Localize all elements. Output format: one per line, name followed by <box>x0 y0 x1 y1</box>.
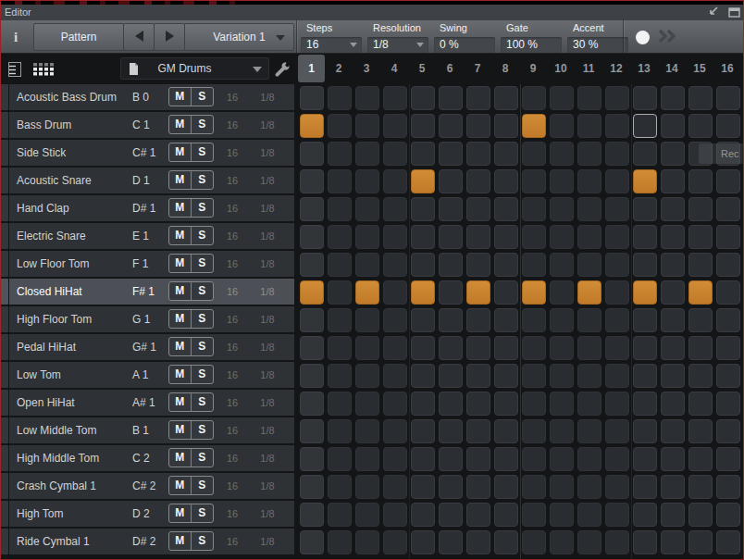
step-cell[interactable] <box>605 280 629 305</box>
step-cell[interactable] <box>355 114 379 138</box>
step-cell[interactable] <box>494 392 518 416</box>
step-cell[interactable] <box>383 308 407 332</box>
track-drag-handle[interactable] <box>0 112 8 138</box>
step-cell[interactable] <box>577 530 601 554</box>
step-cell[interactable] <box>494 503 518 527</box>
step-cell[interactable] <box>550 503 574 527</box>
step-number[interactable]: 1 <box>298 55 325 82</box>
record-button[interactable] <box>629 26 655 48</box>
track-resolution-value[interactable]: 1/8 <box>252 168 283 193</box>
step-cell[interactable] <box>439 86 463 110</box>
step-cell[interactable] <box>522 419 546 443</box>
step-cell[interactable] <box>633 530 657 554</box>
track-resolution-value[interactable]: 1/8 <box>252 334 283 360</box>
step-cell[interactable] <box>716 169 740 193</box>
step-cell[interactable] <box>355 142 379 166</box>
track-steps-value[interactable]: 16 <box>220 251 244 277</box>
param-value-field[interactable]: 1/8 <box>367 37 428 53</box>
step-cell[interactable] <box>355 503 379 527</box>
step-cell[interactable] <box>605 308 629 332</box>
step-number[interactable]: 6 <box>436 54 464 84</box>
step-cell[interactable] <box>688 86 713 110</box>
track-resolution-value[interactable]: 1/8 <box>252 501 283 527</box>
solo-button[interactable]: S <box>192 116 213 133</box>
step-cell[interactable] <box>355 336 379 360</box>
solo-button[interactable]: S <box>192 282 213 300</box>
track-steps-value[interactable]: 16 <box>220 279 244 305</box>
step-cell[interactable] <box>577 336 601 360</box>
step-cell[interactable] <box>466 364 490 388</box>
step-cell[interactable] <box>550 86 574 110</box>
keyboard-icon[interactable] <box>8 62 22 78</box>
track-row[interactable]: High TomD 2MS161/8 <box>9 501 294 527</box>
step-cell[interactable] <box>716 86 740 110</box>
step-cell[interactable] <box>494 169 518 193</box>
step-cell[interactable] <box>328 142 352 166</box>
step-cell[interactable] <box>577 169 601 193</box>
step-cell[interactable] <box>300 364 324 388</box>
step-cell[interactable] <box>494 475 518 499</box>
step-cell[interactable] <box>439 419 463 443</box>
track-row[interactable]: Bass DrumC 1MS161/8 <box>9 112 294 138</box>
step-cell[interactable] <box>383 197 407 221</box>
step-cell[interactable] <box>300 308 324 332</box>
step-cell[interactable] <box>550 392 574 416</box>
step-cell[interactable] <box>411 253 435 277</box>
track-steps-value[interactable]: 16 <box>220 334 244 360</box>
step-cell[interactable] <box>439 364 463 388</box>
step-cell[interactable] <box>383 364 407 388</box>
mute-button[interactable]: M <box>169 449 192 467</box>
step-cell[interactable] <box>411 530 435 554</box>
step-cell[interactable] <box>494 142 518 166</box>
track-resolution-value[interactable]: 1/8 <box>252 84 283 110</box>
step-cell[interactable] <box>383 503 407 527</box>
step-cell[interactable] <box>716 197 740 221</box>
step-cell[interactable] <box>466 142 490 166</box>
step-cell[interactable] <box>466 225 490 249</box>
track-drag-handle[interactable] <box>0 140 8 166</box>
step-cell[interactable] <box>661 419 685 443</box>
step-cell[interactable] <box>661 364 685 388</box>
step-number[interactable]: 9 <box>519 54 547 84</box>
step-cell[interactable] <box>633 447 657 471</box>
solo-button[interactable]: S <box>192 227 213 244</box>
step-cell[interactable] <box>605 475 629 499</box>
step-cell[interactable] <box>688 336 713 360</box>
solo-button[interactable]: S <box>192 199 213 217</box>
step-cell[interactable] <box>633 142 657 166</box>
step-cell[interactable] <box>661 530 685 554</box>
step-cell[interactable] <box>605 86 629 110</box>
prev-variation-button[interactable] <box>123 23 155 51</box>
step-cell[interactable] <box>466 114 490 138</box>
step-cell[interactable] <box>411 503 435 527</box>
pane-icon[interactable] <box>728 6 741 19</box>
track-row[interactable]: Low Middle TomB 1MS161/8 <box>9 417 294 443</box>
step-cell[interactable] <box>522 336 546 360</box>
param-value-field[interactable]: 100 % <box>501 37 562 53</box>
step-cell[interactable] <box>522 86 546 110</box>
step-cell[interactable] <box>494 280 518 305</box>
track-resolution-value[interactable]: 1/8 <box>252 529 283 554</box>
step-cell[interactable] <box>494 114 518 138</box>
step-cell[interactable] <box>411 392 435 416</box>
track-row[interactable]: Hand ClapD# 1MS161/8 <box>9 195 294 221</box>
step-cell[interactable] <box>661 225 685 249</box>
step-cell[interactable] <box>661 475 685 499</box>
track-drag-handle[interactable] <box>0 362 8 388</box>
track-row[interactable]: High Floor TomG 1MS161/8 <box>9 306 294 332</box>
step-cell[interactable] <box>411 114 435 138</box>
track-resolution-value[interactable]: 1/8 <box>252 473 283 499</box>
track-steps-value[interactable]: 16 <box>220 529 244 554</box>
track-drag-handle[interactable] <box>0 195 8 221</box>
step-cell[interactable] <box>466 253 490 277</box>
variation-selector[interactable]: Variation 1 <box>184 23 294 51</box>
solo-button[interactable]: S <box>192 393 213 411</box>
step-cell[interactable] <box>550 364 574 388</box>
step-cell[interactable] <box>439 530 463 554</box>
step-cell[interactable] <box>633 475 657 499</box>
track-resolution-value[interactable]: 1/8 <box>252 306 283 332</box>
step-cell[interactable] <box>522 225 546 249</box>
step-cell[interactable] <box>411 364 435 388</box>
track-drag-handle[interactable] <box>0 501 8 527</box>
step-cell[interactable] <box>383 419 407 443</box>
